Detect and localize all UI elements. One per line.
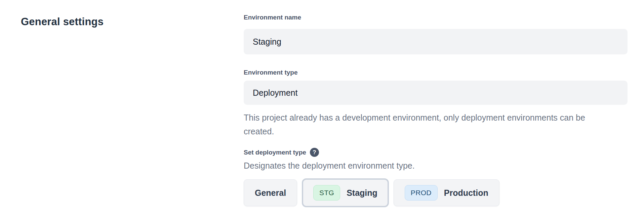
option-general-label: General <box>255 188 286 198</box>
environment-name-label: Environment name <box>244 13 628 21</box>
help-text-line-1: This project already has a development e… <box>244 113 585 122</box>
deployment-type-description: Designates the deployment environment ty… <box>244 160 628 171</box>
set-deployment-type-row: Set deployment type ? <box>244 148 628 157</box>
option-production-label: Production <box>444 188 488 198</box>
deployment-type-options: General STG Staging PROD Production <box>244 178 628 207</box>
prod-badge: PROD <box>405 185 438 201</box>
environment-type-label: Environment type <box>244 69 628 77</box>
page-title: General settings <box>21 16 104 28</box>
general-settings-form: Environment name Environment type This p… <box>244 13 628 207</box>
question-mark-icon[interactable]: ? <box>310 148 319 157</box>
deployment-type-option-general[interactable]: General <box>244 179 297 206</box>
environment-type-help-text: This project already has a development e… <box>244 111 628 138</box>
environment-name-input[interactable] <box>244 29 628 54</box>
stg-badge: STG <box>313 185 340 201</box>
environment-type-input[interactable] <box>244 81 628 105</box>
set-deployment-type-label: Set deployment type <box>244 148 306 157</box>
option-staging-label: Staging <box>347 188 377 198</box>
deployment-type-option-production[interactable]: PROD Production <box>394 179 499 206</box>
help-text-line-2: created. <box>244 127 274 136</box>
deployment-type-option-staging[interactable]: STG Staging <box>302 178 389 207</box>
